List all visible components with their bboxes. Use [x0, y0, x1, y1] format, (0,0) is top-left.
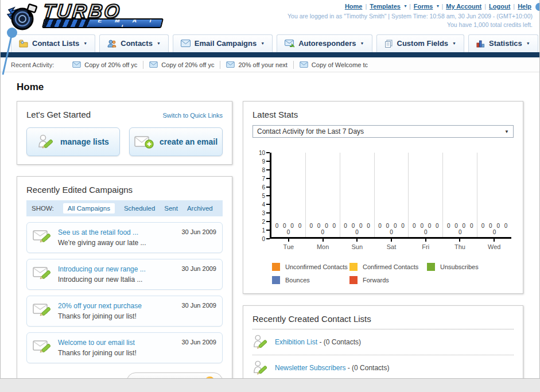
view-all-campaigns-button[interactable]: View All Campaigns ➔: [127, 372, 223, 379]
create-an-email-button[interactable]: create an email: [129, 127, 223, 156]
campaign-filter-bar: SHOW: All Campaigns Scheduled Sent Archi…: [26, 200, 223, 216]
envelope-pencil-icon: [33, 301, 52, 317]
nav-tab-autoresponders[interactable]: Autoresponders ▼: [277, 34, 372, 52]
recently-created-contact-lists-panel: Recently Created Contact Lists Exhibitio…: [243, 305, 523, 379]
contact-list-row[interactable]: Exhibition List - (0 Contacts): [252, 329, 514, 355]
stats-period-dropdown[interactable]: Contact Activity for the Last 7 Days ▼: [252, 125, 514, 138]
contact-list-count: - (0 Contacts): [317, 338, 361, 346]
recent-activity-item[interactable]: Copy of 20% off yc: [67, 61, 143, 68]
legend-item: Unsubscribes: [427, 263, 504, 271]
y-tick-mark: [266, 187, 270, 188]
chevron-down-icon: ▼: [526, 41, 530, 45]
y-tick-label: 8: [255, 167, 265, 173]
envelope-pencil-icon: [33, 227, 52, 243]
header-link-logout[interactable]: Logout: [489, 3, 510, 10]
turbo-email-logo[interactable]: TURBO E M A I L: [5, 2, 162, 34]
y-tick-mark: [266, 221, 270, 222]
main-navigation: Contact Lists ▼ Contacts ▼ Email Campaig…: [1, 34, 539, 52]
chart-day-group: 0 0 0 0 0: [340, 153, 374, 237]
header-link-my-account[interactable]: My Account: [446, 3, 481, 10]
legend-swatch: [272, 276, 280, 284]
header-link-forms[interactable]: Forms: [414, 3, 433, 10]
recent-activity-bar: Recent Activity: Copy of 20% off yc Copy…: [1, 57, 539, 72]
plot-area: 0 0 0 0 00 0 0 0 00 0 0 0 00 0 0 0 00 0 …: [270, 153, 511, 239]
chevron-down-icon: ▼: [403, 4, 407, 8]
x-axis-category: Thu: [443, 239, 477, 250]
recently-edited-campaigns-panel: Recently Edited Campaigns SHOW: All Camp…: [17, 176, 232, 379]
chevron-down-icon: ▼: [261, 41, 265, 45]
filter-scheduled[interactable]: Scheduled: [124, 205, 155, 212]
chevron-down-icon: ▼: [157, 41, 161, 45]
chart-day-group: 0 0 0 0 0: [271, 153, 305, 237]
envelope-icon: [300, 61, 308, 68]
y-axis: 012345678910: [255, 153, 270, 239]
campaigns-panel-title: Recently Edited Campaigns: [26, 185, 223, 195]
nav-tab-contact-lists[interactable]: Contact Lists ▼: [11, 34, 95, 52]
chart-day-group: 0 0 0 0 0: [374, 153, 409, 237]
y-tick-label: 10: [255, 150, 265, 156]
campaign-title-link[interactable]: Welcome to our email list: [58, 337, 176, 348]
filter-archived[interactable]: Archived: [187, 205, 213, 212]
manage-lists-button[interactable]: manage lists: [26, 127, 120, 156]
envelope-reply-icon: [285, 40, 294, 48]
campaign-row[interactable]: 20% off your next purchase Thanks for jo…: [26, 296, 223, 327]
x-axis-category: Wed: [477, 239, 511, 250]
campaign-row[interactable]: Welcome to our email list Thanks for joi…: [26, 332, 223, 363]
recent-activity-text: Copy of 20% off yc: [161, 61, 214, 68]
person-pencil-icon: [37, 134, 55, 150]
chevron-down-icon: ▼: [83, 41, 87, 45]
header-link-templates[interactable]: Templates: [370, 3, 401, 10]
legend-item: Confirmed Contacts: [349, 263, 427, 271]
campaign-subtitle: We're giving away our late ...: [58, 238, 176, 248]
recent-activity-item[interactable]: Copy of Welcome tc: [294, 61, 374, 68]
chart-zero-values: 0 0 0 0 0: [443, 223, 477, 235]
y-tick-label: 6: [255, 184, 265, 191]
contact-list-row[interactable]: Newsletter Subscribers - (0 Contacts): [252, 355, 514, 379]
logo-texts: TURBO E M A I L: [43, 2, 162, 28]
chart-zero-values: 0 0 0 0 0: [375, 223, 409, 235]
login-status-text: You are logged in as "Timothy Smith" | S…: [288, 12, 533, 29]
filter-all-campaigns[interactable]: All Campaigns: [63, 203, 115, 214]
campaign-title-link[interactable]: 20% off your next purchase: [58, 301, 176, 311]
chart-zero-values: 0 0 0 0 0: [409, 223, 442, 235]
envelope-icon: [72, 61, 81, 68]
contact-activity-chart: 012345678910 0 0 0 0 00 0 0 0 00 0 0 0 0…: [255, 153, 511, 284]
recent-activity-text: Copy of Welcome tc: [312, 61, 368, 68]
recent-activity-text: 20% off your next: [238, 61, 287, 68]
envelope-plus-icon: [134, 134, 154, 149]
top-header: TURBO E M A I L Home|Templates ▼|Forms ▼…: [1, 0, 539, 34]
x-tick-label: Tue: [283, 243, 294, 250]
nav-tab-statistics[interactable]: Statistics ▼: [468, 34, 538, 52]
campaign-title-link[interactable]: See us at the retail food ...: [58, 227, 176, 238]
switch-to-quick-links[interactable]: Switch to Quick Links: [162, 112, 223, 119]
campaign-title-link[interactable]: Introducing our new range ...: [58, 264, 176, 274]
envelope-pencil-icon: [33, 337, 52, 354]
recent-activity-item[interactable]: Copy of 20% off yc: [143, 61, 220, 68]
header-link-home[interactable]: Home: [345, 3, 363, 10]
y-tick-mark: [266, 204, 270, 205]
nav-tab-email-campaigns[interactable]: Email Campaigns ▼: [173, 34, 273, 52]
campaign-date: 30 Jun 2009: [181, 301, 216, 309]
x-tick-mark: [459, 239, 460, 242]
envelope-icon: [149, 61, 158, 68]
contact-list-link[interactable]: Newsletter Subscribers: [275, 364, 345, 372]
nav-tab-custom-fields[interactable]: Custom Fields ▼: [376, 34, 465, 52]
recent-activity-item[interactable]: 20% off your next: [220, 61, 293, 68]
campaign-row[interactable]: Introducing our new range ... Introducin…: [26, 259, 223, 290]
chart-day-group: 0 0 0 0 0: [442, 153, 477, 237]
nav-tab-label: Email Campaigns: [195, 39, 257, 48]
campaign-row[interactable]: See us at the retail food ... We're givi…: [26, 222, 223, 253]
legend-label: Forwards: [363, 277, 389, 284]
header-link-help[interactable]: Help: [518, 3, 531, 10]
chart-day-group: 0 0 0 0 0: [408, 153, 442, 237]
filter-sent[interactable]: Sent: [164, 205, 178, 212]
contact-list-link[interactable]: Exhibition List: [275, 338, 317, 346]
x-tick-label: Thu: [454, 243, 465, 250]
manage-lists-label: manage lists: [60, 137, 109, 146]
nav-tab-contacts[interactable]: Contacts ▼: [99, 34, 169, 52]
envelope-icon: [181, 40, 191, 47]
x-axis-category: Sat: [374, 239, 409, 250]
nav-tab-label: Custom Fields: [397, 39, 449, 48]
x-tick-label: Wed: [488, 243, 500, 250]
arrow-right-icon: ➔: [205, 377, 215, 379]
